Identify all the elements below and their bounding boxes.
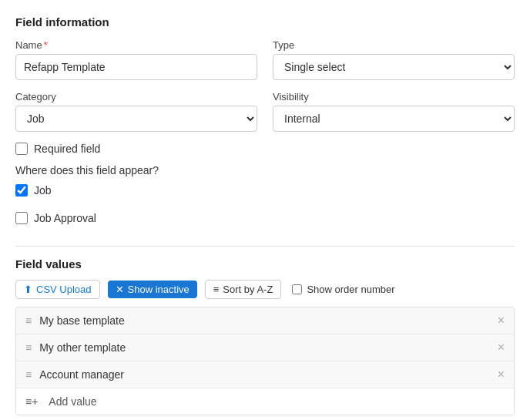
visibility-select[interactable]: Internal External Hidden <box>273 106 515 132</box>
remove-icon[interactable]: × <box>498 341 505 354</box>
csv-upload-label: CSV Upload <box>36 284 92 295</box>
drag-icon: ≡ <box>25 368 32 381</box>
upload-icon: ⬆ <box>24 284 32 295</box>
visibility-label: Visibility <box>273 91 515 102</box>
required-field-label[interactable]: Required field <box>34 143 100 155</box>
appear-job-approval-label[interactable]: Job Approval <box>34 212 96 224</box>
category-group: Category Job Candidate Application <box>15 91 257 132</box>
add-value-row[interactable]: ≡+ Add value <box>16 388 514 415</box>
field-values-title: Field values <box>15 257 515 270</box>
table-row: ≡ My other template × <box>16 334 514 361</box>
field-appear-label: Where does this field appear? <box>15 164 515 176</box>
table-row: ≡ Account manager × <box>16 361 514 388</box>
inactive-x-icon: ✕ <box>116 284 124 295</box>
show-order-checkbox[interactable] <box>292 284 302 294</box>
add-value-icon: ≡+ <box>25 395 38 408</box>
name-input[interactable] <box>15 54 257 80</box>
value-text: My other template <box>39 341 489 354</box>
category-select[interactable]: Job Candidate Application <box>15 106 257 132</box>
appear-job-approval-row: Job Approval <box>15 212 515 224</box>
values-list: ≡ My base template × ≡ My other template… <box>15 307 515 415</box>
toolbar: ⬆ CSV Upload ✕ Show inactive ≡ Sort by A… <box>15 280 515 299</box>
sort-label: Sort by A-Z <box>223 284 273 295</box>
table-row: ≡ My base template × <box>16 307 514 334</box>
category-label: Category <box>15 91 257 102</box>
show-order-label[interactable]: Show order number <box>307 284 394 295</box>
required-field-checkbox[interactable] <box>15 143 28 155</box>
type-label: Type <box>273 39 515 51</box>
sort-button[interactable]: ≡ Sort by A-Z <box>205 280 282 299</box>
appear-options-group: Job Job Approval <box>15 184 515 234</box>
value-text: Account manager <box>39 368 489 381</box>
required-field-row: Required field <box>15 143 515 155</box>
name-type-row: Name* Type Single select Multi select Te… <box>15 39 515 80</box>
add-value-label: Add value <box>49 395 96 408</box>
show-order-row: Show order number <box>292 284 394 295</box>
visibility-group: Visibility Internal External Hidden <box>273 91 515 132</box>
appear-job-approval-checkbox[interactable] <box>15 212 28 224</box>
remove-icon[interactable]: × <box>498 314 505 327</box>
remove-icon[interactable]: × <box>498 368 505 381</box>
field-info-title: Field information <box>15 15 515 29</box>
show-inactive-label: Show inactive <box>128 284 190 295</box>
show-inactive-button[interactable]: ✕ Show inactive <box>108 281 197 298</box>
appear-job-label[interactable]: Job <box>34 184 52 197</box>
required-star: * <box>44 39 48 51</box>
sort-icon: ≡ <box>213 284 220 295</box>
value-text: My base template <box>39 314 489 327</box>
type-group: Type Single select Multi select Text Num… <box>273 39 515 80</box>
name-group: Name* <box>15 39 257 80</box>
drag-icon: ≡ <box>25 314 32 327</box>
name-label: Name* <box>15 39 257 51</box>
appear-job-row: Job <box>15 184 515 197</box>
field-information-section: Field information Name* Type Single sele… <box>15 15 515 234</box>
type-select[interactable]: Single select Multi select Text Number D… <box>273 54 515 80</box>
drag-icon: ≡ <box>25 341 32 354</box>
category-visibility-row: Category Job Candidate Application Visib… <box>15 91 515 132</box>
field-values-section: Field values ⬆ CSV Upload ✕ Show inactiv… <box>15 257 515 415</box>
section-divider <box>15 246 515 247</box>
appear-job-checkbox[interactable] <box>15 184 28 197</box>
csv-upload-button[interactable]: ⬆ CSV Upload <box>15 280 100 299</box>
